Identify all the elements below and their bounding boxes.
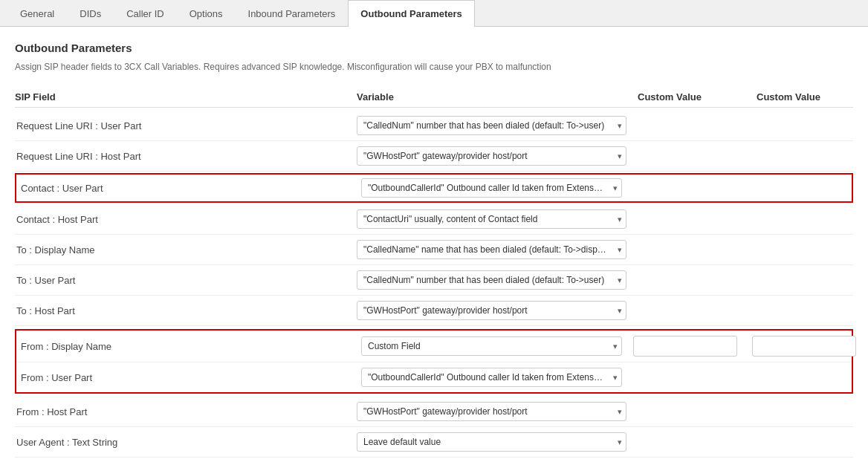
variable-cell: "CalledName" name that has been dialed (…	[357, 240, 638, 259]
select-wrapper: "CalledNum" number that has been dialed …	[357, 116, 626, 135]
variable-cell: "OutboundCallerId" Outbound caller Id ta…	[361, 178, 633, 198]
sip-field-label: To : User Part	[15, 275, 357, 286]
variable-cell: "GWHostPort" gateway/provider host/port	[357, 402, 638, 421]
custom-value2-input[interactable]	[752, 336, 856, 357]
tab-outbound-parameters[interactable]: Outbound Parameters	[348, 0, 475, 27]
header-custom-value1: Custom Value	[638, 91, 757, 103]
sip-field-label: Contact : Host Part	[15, 214, 357, 225]
tab-inbound-parameters[interactable]: Inbound Parameters	[236, 0, 349, 27]
select-wrapper: "GWHostPort" gateway/provider host/port	[357, 146, 626, 166]
sip-field-label: User Agent : Text String	[15, 437, 357, 448]
variable-cell: "CalledNum" number that has been dialed …	[357, 116, 638, 135]
table-row-highlighted: Contact : User Part "OutboundCallerId" O…	[15, 173, 853, 203]
sip-field-label: To : Display Name	[15, 244, 357, 256]
select-wrapper: "OutboundCallerId" Outbound caller Id ta…	[361, 178, 622, 198]
variable-select[interactable]: Leave default value	[357, 432, 626, 452]
section-description: Assign SIP header fields to 3CX Call Var…	[15, 62, 853, 72]
variable-select[interactable]: "GWHostPort" gateway/provider host/port	[357, 301, 626, 320]
variable-select[interactable]: "CalledNum" number that has been dialed …	[357, 116, 626, 135]
variable-cell: "CalledNum" number that has been dialed …	[357, 270, 638, 290]
sip-field-label: From : Host Part	[15, 406, 357, 417]
variable-cell: Leave default value	[357, 432, 638, 452]
table-row: Contact : Host Part "ContactUri" usually…	[15, 204, 853, 235]
table-row: To : Display Name "CalledName" name that…	[15, 235, 853, 265]
sip-field-label: To : Host Part	[15, 305, 357, 316]
sip-field-label: From : User Part	[19, 372, 361, 383]
table-row: Request Line URI : User Part "CalledNum"…	[15, 111, 853, 141]
custom-value1-input[interactable]	[633, 336, 737, 357]
sip-field-label: Request Line URI : User Part	[15, 120, 357, 131]
sip-field-label: Contact : User Part	[19, 183, 361, 194]
table-row: From : Display Name Custom Field	[16, 331, 852, 362]
sip-field-label: Request Line URI : Host Part	[15, 151, 357, 162]
table-row: From : User Part "OutboundCallerId" Outb…	[16, 362, 852, 392]
tabs-bar: General DIDs Caller ID Options Inbound P…	[0, 0, 868, 27]
table-row: To : User Part "CalledNum" number that h…	[15, 265, 853, 296]
content-area: Outbound Parameters Assign SIP header fi…	[0, 27, 868, 462]
highlighted-group: From : Display Name Custom Field From : …	[15, 329, 853, 394]
table-header: SIP Field Variable Custom Value Custom V…	[15, 87, 853, 108]
variable-cell: "ContactUri" usually, content of Contact…	[357, 209, 638, 229]
variable-select[interactable]: "OutboundCallerId" Outbound caller Id ta…	[361, 368, 622, 387]
select-wrapper: "CalledNum" number that has been dialed …	[357, 270, 626, 290]
tab-dids[interactable]: DIDs	[67, 0, 114, 27]
section-title: Outbound Parameters	[15, 42, 853, 54]
custom-value2-cell[interactable]	[752, 336, 849, 357]
sip-field-label: From : Display Name	[19, 341, 361, 352]
select-wrapper: "GWHostPort" gateway/provider host/port	[357, 301, 626, 320]
select-wrapper: "ContactUri" usually, content of Contact…	[357, 209, 626, 229]
header-variable: Variable	[357, 91, 638, 103]
variable-select[interactable]: "OutboundCallerId" Outbound caller Id ta…	[361, 178, 622, 198]
tab-caller-id[interactable]: Caller ID	[114, 0, 177, 27]
variable-select[interactable]: Custom Field	[361, 336, 622, 356]
table-row: User Agent : Text String Leave default v…	[15, 427, 853, 458]
header-custom-value2: Custom Value	[757, 91, 853, 103]
variable-select[interactable]: "CalledNum" number that has been dialed …	[357, 270, 626, 290]
table-row: To : Host Part "GWHostPort" gateway/prov…	[15, 296, 853, 326]
variable-cell: "GWHostPort" gateway/provider host/port	[357, 301, 638, 320]
variable-cell: "OutboundCallerId" Outbound caller Id ta…	[361, 368, 633, 387]
variable-select[interactable]: "CalledName" name that has been dialed (…	[357, 240, 626, 259]
select-wrapper: "GWHostPort" gateway/provider host/port	[357, 402, 626, 421]
select-wrapper: Custom Field	[361, 336, 622, 356]
variable-select[interactable]: "ContactUri" usually, content of Contact…	[357, 209, 626, 229]
variable-cell: "GWHostPort" gateway/provider host/port	[357, 146, 638, 166]
header-sip-field: SIP Field	[15, 91, 357, 103]
variable-select[interactable]: "GWHostPort" gateway/provider host/port	[357, 146, 626, 166]
table-row: From : Host Part "GWHostPort" gateway/pr…	[15, 397, 853, 427]
tab-options[interactable]: Options	[177, 0, 236, 27]
custom-value1-cell[interactable]	[633, 336, 752, 357]
select-wrapper: "CalledName" name that has been dialed (…	[357, 240, 626, 259]
variable-select[interactable]: "GWHostPort" gateway/provider host/port	[357, 402, 626, 421]
table-row: Request Line URI : Host Part "GWHostPort…	[15, 141, 853, 172]
select-wrapper: Leave default value	[357, 432, 626, 452]
variable-cell: Custom Field	[361, 336, 633, 356]
select-wrapper: "OutboundCallerId" Outbound caller Id ta…	[361, 368, 622, 387]
tab-general[interactable]: General	[7, 0, 67, 27]
